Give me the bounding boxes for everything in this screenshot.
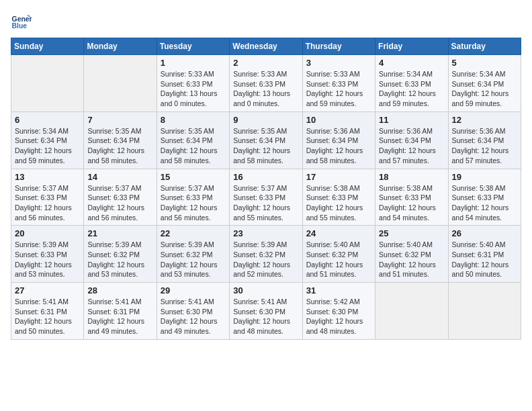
day-info: Sunrise: 5:37 AMSunset: 6:33 PMDaylight:… <box>161 183 226 223</box>
calendar-cell: 27Sunrise: 5:41 AMSunset: 6:31 PMDayligh… <box>11 283 84 340</box>
calendar-header-cell: Sunday <box>11 38 84 55</box>
calendar-cell <box>11 55 84 112</box>
calendar-cell: 5Sunrise: 5:34 AMSunset: 6:34 PMDaylight… <box>448 55 521 112</box>
calendar-cell: 11Sunrise: 5:36 AMSunset: 6:34 PMDayligh… <box>375 111 448 169</box>
day-info: Sunrise: 5:39 AMSunset: 6:32 PMDaylight:… <box>161 240 226 279</box>
calendar-week-row: 27Sunrise: 5:41 AMSunset: 6:31 PMDayligh… <box>11 283 521 340</box>
calendar-cell: 4Sunrise: 5:34 AMSunset: 6:33 PMDaylight… <box>375 55 448 112</box>
calendar-header-cell: Friday <box>375 38 448 55</box>
calendar-cell: 21Sunrise: 5:39 AMSunset: 6:32 PMDayligh… <box>84 226 157 283</box>
day-number: 24 <box>306 228 371 238</box>
day-info: Sunrise: 5:39 AMSunset: 6:32 PMDaylight:… <box>233 240 298 279</box>
calendar-cell: 30Sunrise: 5:41 AMSunset: 6:30 PMDayligh… <box>230 283 302 340</box>
logo: General Blue <box>11 11 32 32</box>
calendar-cell: 7Sunrise: 5:35 AMSunset: 6:34 PMDaylight… <box>84 111 157 169</box>
day-number: 12 <box>452 115 517 125</box>
day-number: 18 <box>379 172 444 182</box>
calendar-cell: 29Sunrise: 5:41 AMSunset: 6:30 PMDayligh… <box>157 283 229 340</box>
calendar-cell: 9Sunrise: 5:35 AMSunset: 6:34 PMDaylight… <box>230 111 302 169</box>
day-number: 9 <box>233 115 298 125</box>
day-info: Sunrise: 5:33 AMSunset: 6:33 PMDaylight:… <box>161 69 226 109</box>
calendar-header-cell: Wednesday <box>230 38 302 55</box>
calendar-week-row: 13Sunrise: 5:37 AMSunset: 6:33 PMDayligh… <box>11 169 521 226</box>
calendar-cell: 10Sunrise: 5:36 AMSunset: 6:34 PMDayligh… <box>302 111 375 169</box>
day-info: Sunrise: 5:34 AMSunset: 6:34 PMDaylight:… <box>15 126 80 166</box>
calendar-cell: 28Sunrise: 5:41 AMSunset: 6:31 PMDayligh… <box>84 283 157 340</box>
header: General Blue <box>11 11 521 32</box>
day-info: Sunrise: 5:34 AMSunset: 6:33 PMDaylight:… <box>379 69 444 109</box>
calendar-cell <box>448 283 521 340</box>
day-info: Sunrise: 5:41 AMSunset: 6:31 PMDaylight:… <box>15 297 80 336</box>
calendar-cell: 22Sunrise: 5:39 AMSunset: 6:32 PMDayligh… <box>157 226 229 283</box>
day-info: Sunrise: 5:38 AMSunset: 6:33 PMDaylight:… <box>452 183 517 223</box>
day-number: 17 <box>306 172 371 182</box>
day-info: Sunrise: 5:41 AMSunset: 6:30 PMDaylight:… <box>233 297 298 336</box>
calendar-cell: 24Sunrise: 5:40 AMSunset: 6:32 PMDayligh… <box>302 226 375 283</box>
day-info: Sunrise: 5:37 AMSunset: 6:33 PMDaylight:… <box>233 183 298 223</box>
day-number: 23 <box>233 228 298 238</box>
svg-text:Blue: Blue <box>12 22 28 30</box>
day-info: Sunrise: 5:33 AMSunset: 6:33 PMDaylight:… <box>306 69 371 109</box>
calendar-cell: 26Sunrise: 5:40 AMSunset: 6:31 PMDayligh… <box>448 226 521 283</box>
calendar-cell: 19Sunrise: 5:38 AMSunset: 6:33 PMDayligh… <box>448 169 521 226</box>
day-number: 26 <box>452 228 517 238</box>
day-number: 28 <box>87 285 152 295</box>
day-info: Sunrise: 5:35 AMSunset: 6:34 PMDaylight:… <box>233 126 298 166</box>
day-number: 16 <box>233 172 298 182</box>
day-number: 1 <box>161 58 226 68</box>
calendar-cell: 13Sunrise: 5:37 AMSunset: 6:33 PMDayligh… <box>11 169 84 226</box>
calendar-cell: 14Sunrise: 5:37 AMSunset: 6:33 PMDayligh… <box>84 169 157 226</box>
calendar-cell: 16Sunrise: 5:37 AMSunset: 6:33 PMDayligh… <box>230 169 302 226</box>
day-info: Sunrise: 5:41 AMSunset: 6:30 PMDaylight:… <box>161 297 226 336</box>
calendar-header-cell: Tuesday <box>157 38 229 55</box>
day-number: 29 <box>161 285 226 295</box>
day-number: 14 <box>87 172 152 182</box>
day-number: 19 <box>452 172 517 182</box>
logo-icon: General Blue <box>11 11 32 32</box>
day-info: Sunrise: 5:40 AMSunset: 6:32 PMDaylight:… <box>379 240 444 279</box>
day-info: Sunrise: 5:35 AMSunset: 6:34 PMDaylight:… <box>87 126 152 166</box>
day-number: 27 <box>15 285 80 295</box>
calendar-cell: 31Sunrise: 5:42 AMSunset: 6:30 PMDayligh… <box>302 283 375 340</box>
calendar-header: SundayMondayTuesdayWednesdayThursdayFrid… <box>11 38 521 55</box>
day-info: Sunrise: 5:37 AMSunset: 6:33 PMDaylight:… <box>15 183 80 223</box>
calendar-cell: 25Sunrise: 5:40 AMSunset: 6:32 PMDayligh… <box>375 226 448 283</box>
day-info: Sunrise: 5:36 AMSunset: 6:34 PMDaylight:… <box>306 126 371 166</box>
day-number: 4 <box>379 58 444 68</box>
day-info: Sunrise: 5:33 AMSunset: 6:33 PMDaylight:… <box>233 69 298 109</box>
calendar-header-row: SundayMondayTuesdayWednesdayThursdayFrid… <box>11 38 521 55</box>
calendar-body: 1Sunrise: 5:33 AMSunset: 6:33 PMDaylight… <box>11 55 521 340</box>
calendar-cell: 3Sunrise: 5:33 AMSunset: 6:33 PMDaylight… <box>302 55 375 112</box>
calendar-header-cell: Monday <box>84 38 157 55</box>
day-info: Sunrise: 5:41 AMSunset: 6:31 PMDaylight:… <box>87 297 152 336</box>
calendar-cell <box>375 283 448 340</box>
day-info: Sunrise: 5:35 AMSunset: 6:34 PMDaylight:… <box>161 126 226 166</box>
day-info: Sunrise: 5:36 AMSunset: 6:34 PMDaylight:… <box>452 126 517 166</box>
day-number: 21 <box>87 228 152 238</box>
day-info: Sunrise: 5:39 AMSunset: 6:32 PMDaylight:… <box>87 240 152 279</box>
calendar-header-cell: Saturday <box>448 38 521 55</box>
calendar-table: SundayMondayTuesdayWednesdayThursdayFrid… <box>11 38 521 340</box>
day-info: Sunrise: 5:37 AMSunset: 6:33 PMDaylight:… <box>87 183 152 223</box>
calendar-week-row: 1Sunrise: 5:33 AMSunset: 6:33 PMDaylight… <box>11 55 521 112</box>
calendar-week-row: 20Sunrise: 5:39 AMSunset: 6:33 PMDayligh… <box>11 226 521 283</box>
day-info: Sunrise: 5:39 AMSunset: 6:33 PMDaylight:… <box>15 240 80 279</box>
day-info: Sunrise: 5:34 AMSunset: 6:34 PMDaylight:… <box>452 69 517 109</box>
calendar-cell: 12Sunrise: 5:36 AMSunset: 6:34 PMDayligh… <box>448 111 521 169</box>
calendar-cell: 15Sunrise: 5:37 AMSunset: 6:33 PMDayligh… <box>157 169 229 226</box>
day-info: Sunrise: 5:40 AMSunset: 6:31 PMDaylight:… <box>452 240 517 279</box>
calendar-cell: 18Sunrise: 5:38 AMSunset: 6:33 PMDayligh… <box>375 169 448 226</box>
day-number: 5 <box>452 58 517 68</box>
day-number: 8 <box>161 115 226 125</box>
calendar-cell: 1Sunrise: 5:33 AMSunset: 6:33 PMDaylight… <box>157 55 229 112</box>
day-number: 3 <box>306 58 371 68</box>
day-number: 20 <box>15 228 80 238</box>
calendar-cell: 23Sunrise: 5:39 AMSunset: 6:32 PMDayligh… <box>230 226 302 283</box>
day-number: 2 <box>233 58 298 68</box>
calendar-week-row: 6Sunrise: 5:34 AMSunset: 6:34 PMDaylight… <box>11 111 521 169</box>
day-info: Sunrise: 5:38 AMSunset: 6:33 PMDaylight:… <box>379 183 444 223</box>
day-info: Sunrise: 5:40 AMSunset: 6:32 PMDaylight:… <box>306 240 371 279</box>
day-number: 25 <box>379 228 444 238</box>
calendar-cell <box>84 55 157 112</box>
calendar-cell: 17Sunrise: 5:38 AMSunset: 6:33 PMDayligh… <box>302 169 375 226</box>
